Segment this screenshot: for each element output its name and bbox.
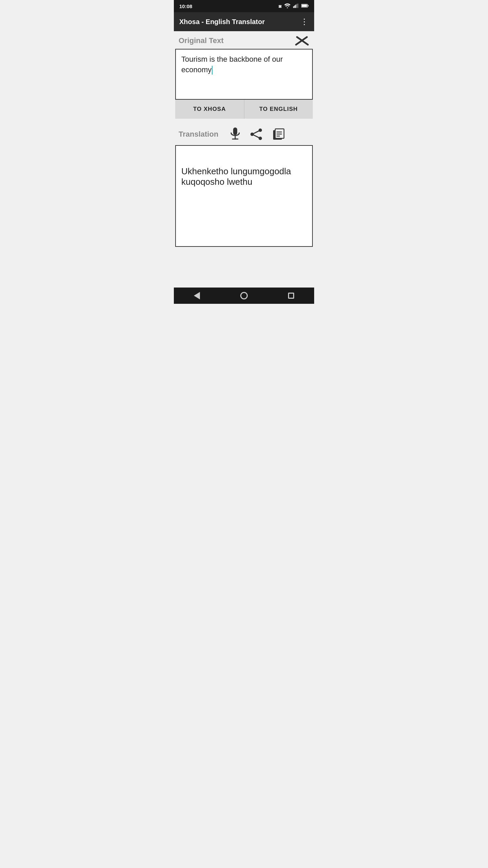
wifi-icon xyxy=(284,3,290,9)
svg-rect-21 xyxy=(277,136,280,137)
registered-icon: ◙ xyxy=(279,3,282,9)
translation-output: Ukhenketho lungumgogodla kuqoqosho lweth… xyxy=(175,145,313,247)
more-options-button[interactable]: ⋮ xyxy=(300,18,309,26)
original-text-input[interactable]: Tourism is the backbone of our economy xyxy=(175,49,313,100)
status-time: 10:08 xyxy=(179,3,192,9)
home-icon xyxy=(240,292,248,299)
translation-text: Ukhenketho lungumgogodla kuqoqosho lweth… xyxy=(181,166,291,187)
bottom-nav xyxy=(174,288,314,304)
svg-rect-20 xyxy=(277,134,282,135)
original-text-label: Original Text xyxy=(179,36,224,45)
home-button[interactable] xyxy=(235,291,253,301)
clear-button[interactable] xyxy=(294,35,309,46)
svg-rect-5 xyxy=(298,3,298,8)
svg-rect-4 xyxy=(297,4,297,8)
translation-header: Translation xyxy=(174,127,314,145)
svg-rect-7 xyxy=(308,5,308,7)
battery-icon xyxy=(301,3,309,9)
back-button[interactable] xyxy=(188,291,205,301)
recents-button[interactable] xyxy=(283,291,300,300)
signal-icon xyxy=(293,3,299,9)
to-english-button[interactable]: TO ENGLISH xyxy=(244,100,313,119)
svg-point-0 xyxy=(287,7,288,8)
status-bar: 10:08 ◙ xyxy=(174,0,314,12)
svg-rect-8 xyxy=(302,4,307,7)
svg-line-16 xyxy=(252,134,260,138)
svg-rect-2 xyxy=(294,5,295,8)
to-xhosa-button[interactable]: TO XHOSA xyxy=(175,100,244,119)
close-x-icon xyxy=(294,35,309,46)
svg-line-15 xyxy=(252,130,260,134)
status-icons: ◙ xyxy=(279,3,309,9)
toolbar: Xhosa - English Translator ⋮ xyxy=(174,12,314,31)
svg-rect-1 xyxy=(293,6,294,8)
main-content: Original Text Tourism is the backbone of… xyxy=(174,31,314,288)
copy-button[interactable] xyxy=(271,127,286,142)
text-cursor xyxy=(212,66,212,75)
translation-section: Translation xyxy=(174,127,314,247)
back-icon xyxy=(194,292,200,299)
translation-buttons: TO XHOSA TO ENGLISH xyxy=(175,100,313,119)
translation-label: Translation xyxy=(179,130,218,139)
svg-rect-9 xyxy=(233,127,237,135)
speak-button[interactable] xyxy=(229,127,241,142)
original-text-header: Original Text xyxy=(174,31,314,49)
app-title: Xhosa - English Translator xyxy=(179,18,265,26)
recents-icon xyxy=(288,293,294,299)
share-button[interactable] xyxy=(249,127,263,142)
input-text-content: Tourism is the backbone of our economy xyxy=(181,55,283,74)
svg-rect-3 xyxy=(295,4,296,8)
svg-rect-19 xyxy=(277,132,282,133)
